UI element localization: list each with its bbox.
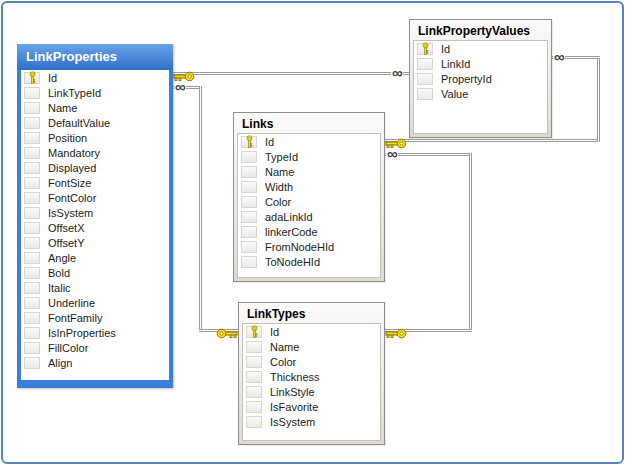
table-row[interactable]: Name (243, 339, 380, 354)
row-selector-cell (24, 177, 40, 189)
row-selector-cell (24, 267, 40, 279)
infinity-endpoint-icon[interactable]: ∞ (391, 67, 403, 79)
column-name: OffsetY (48, 237, 84, 249)
table-row[interactable]: Name (21, 100, 169, 115)
column-name: IsFavorite (270, 401, 318, 413)
column-name: linkerCode (265, 226, 318, 238)
table-row[interactable]: FromNodeHId (238, 239, 380, 254)
column-name: Underline (48, 297, 95, 309)
table-linktypes[interactable]: LinkTypes Id Name Color Thickness LinkSt… (238, 302, 385, 445)
table-title[interactable]: LinkProperties (17, 44, 173, 70)
table-row[interactable]: Italic (21, 280, 169, 295)
key-endpoint-icon[interactable] (385, 325, 407, 343)
table-row[interactable]: ToNodeHId (238, 254, 380, 269)
column-name: DefaultValue (48, 117, 110, 129)
table-row[interactable]: FontSize (21, 175, 169, 190)
row-selector-cell (241, 196, 257, 208)
table-linkpropertyvalues[interactable]: LinkPropertyValues Id LinkId PropertyId … (409, 19, 552, 138)
primary-key-icon (251, 325, 258, 338)
table-row[interactable]: Angle (21, 250, 169, 265)
row-selector-cell (417, 88, 433, 100)
table-row[interactable]: IsSystem (21, 205, 169, 220)
table-row[interactable]: DefaultValue (21, 115, 169, 130)
table-title[interactable]: LinkPropertyValues (413, 22, 548, 40)
table-row[interactable]: TypeId (238, 149, 380, 164)
table-links[interactable]: Links Id TypeId Name Width Color adaLink… (233, 112, 385, 282)
column-name: IsInProperties (48, 327, 116, 339)
table-row[interactable]: Name (238, 164, 380, 179)
row-selector-cell (24, 102, 40, 114)
row-selector-cell (24, 282, 40, 294)
table-row[interactable]: LinkTypeId (21, 85, 169, 100)
relationship-line-segment[interactable] (597, 56, 600, 142)
column-name: Name (270, 341, 299, 353)
table-row[interactable]: Color (238, 194, 380, 209)
column-name: Name (265, 166, 294, 178)
table-row[interactable]: FontColor (21, 190, 169, 205)
table-row[interactable]: adaLinkId (238, 209, 380, 224)
table-row[interactable]: LinkStyle (243, 384, 380, 399)
table-row[interactable]: OffsetX (21, 220, 169, 235)
row-selector-cell (24, 87, 40, 99)
column-name: Bold (48, 267, 70, 279)
infinity-endpoint-icon[interactable]: ∞ (386, 148, 398, 160)
row-selector-cell (417, 58, 433, 70)
table-row[interactable]: FontFamily (21, 310, 169, 325)
table-row[interactable]: Value (414, 86, 547, 101)
table-row[interactable]: Id (414, 41, 547, 56)
table-title[interactable]: Links (237, 115, 381, 133)
relationship-line-segment[interactable] (199, 86, 202, 332)
table-row[interactable]: Mandatory (21, 145, 169, 160)
table-linkproperties[interactable]: LinkProperties Id LinkTypeId Name Defaul… (17, 44, 173, 388)
table-row[interactable]: PropertyId (414, 71, 547, 86)
column-name: Value (441, 88, 468, 100)
column-name: Width (265, 181, 293, 193)
row-selector-cell (246, 356, 262, 368)
table-row[interactable]: Align (21, 355, 169, 370)
table-row[interactable]: Width (238, 179, 380, 194)
table-row[interactable]: Id (238, 134, 380, 149)
column-name: FontColor (48, 192, 96, 204)
row-selector-cell (24, 297, 40, 309)
row-selector-cell (241, 226, 257, 238)
row-selector-cell (24, 207, 40, 219)
row-selector-cell (246, 326, 262, 338)
column-name: LinkTypeId (48, 87, 101, 99)
column-name: FontSize (48, 177, 91, 189)
table-row[interactable]: Underline (21, 295, 169, 310)
infinity-endpoint-icon[interactable]: ∞ (553, 51, 565, 63)
infinity-endpoint-icon[interactable]: ∞ (174, 81, 186, 93)
column-name: IsSystem (270, 416, 315, 428)
table-row[interactable]: linkerCode (238, 224, 380, 239)
table-row[interactable]: Thickness (243, 369, 380, 384)
relationship-line-segment[interactable] (385, 139, 600, 142)
row-selector-cell (24, 72, 40, 84)
table-row[interactable]: Bold (21, 265, 169, 280)
table-row[interactable]: LinkId (414, 56, 547, 71)
row-selector-cell (417, 73, 433, 85)
column-name: adaLinkId (265, 211, 313, 223)
row-selector-cell (246, 371, 262, 383)
table-row[interactable]: Color (243, 354, 380, 369)
relationship-line-segment[interactable] (469, 153, 472, 332)
table-row[interactable]: IsInProperties (21, 325, 169, 340)
row-selector-cell (241, 166, 257, 178)
row-selector-cell (24, 222, 40, 234)
column-name: Italic (48, 282, 71, 294)
column-name: PropertyId (441, 73, 492, 85)
table-row[interactable]: Id (21, 70, 169, 85)
table-row[interactable]: FillColor (21, 340, 169, 355)
row-selector-cell (241, 241, 257, 253)
table-row[interactable]: Position (21, 130, 169, 145)
relationship-line-segment[interactable] (385, 153, 472, 156)
key-endpoint-icon[interactable] (216, 325, 238, 343)
table-row[interactable]: IsSystem (243, 414, 380, 429)
row-selector-cell (241, 151, 257, 163)
relationship-line-segment[interactable] (173, 72, 410, 75)
table-row[interactable]: OffsetY (21, 235, 169, 250)
table-row[interactable]: Id (243, 324, 380, 339)
table-row[interactable]: Displayed (21, 160, 169, 175)
table-row[interactable]: IsFavorite (243, 399, 380, 414)
table-title[interactable]: LinkTypes (242, 305, 381, 323)
column-name: Color (265, 196, 291, 208)
